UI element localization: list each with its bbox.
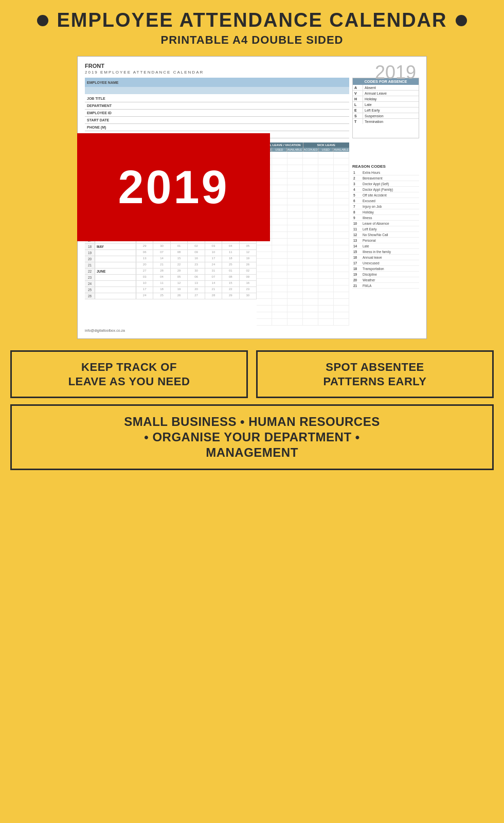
leave-cell	[318, 205, 334, 211]
leave-cell	[318, 158, 334, 165]
code-label: Termination	[363, 119, 385, 124]
leave-cell	[334, 199, 349, 205]
leave-cell	[303, 158, 318, 165]
leave-cell	[318, 192, 334, 198]
banner-bottom: SMALL BUSINESS • HUMAN RESOURCES• ORGANI…	[10, 404, 494, 470]
leave-row-2	[257, 165, 349, 172]
leave-cell	[287, 272, 303, 278]
cal-date-cell: 21	[205, 287, 222, 293]
leave-cell	[334, 299, 349, 305]
leave-cell	[303, 306, 318, 312]
reason-num: 1	[352, 170, 362, 175]
leave-cell	[334, 172, 349, 178]
reason-num: 3	[352, 181, 362, 186]
code-row-a: AAbsent	[353, 85, 419, 91]
leave-cell	[318, 212, 334, 218]
leave-cell	[272, 285, 287, 292]
leave-cell	[272, 265, 287, 272]
code-row-e: ELeft Early	[353, 108, 419, 113]
cal-date-cell: 11	[222, 250, 239, 256]
leave-cell	[334, 178, 349, 185]
cal-date-cell: 02	[240, 269, 257, 274]
cal-date-cell: 06	[136, 250, 153, 256]
leave-cell	[303, 299, 318, 305]
leave-cell	[257, 259, 272, 265]
cal-date-cell: 12	[171, 281, 188, 287]
leave-row-22	[257, 299, 349, 306]
reason-label: Injury on Job	[362, 204, 383, 209]
leave-cell	[287, 312, 303, 318]
leave-cell	[303, 165, 318, 171]
cal-date-cell: 18	[222, 256, 239, 262]
reason-label: Annual leave	[362, 255, 383, 260]
leave-cell	[272, 292, 287, 298]
leave-cell	[272, 232, 287, 238]
code-row-h: HHoliday	[353, 96, 419, 102]
cal-date-cell: 20	[188, 287, 205, 293]
leave-cell	[334, 319, 349, 325]
document-preview-wrapper: 2019 FRONT 2019 EMPLOYEE ATTENDANCE CALE…	[77, 52, 427, 344]
reason-row-12: 12No Show/No Call	[352, 232, 419, 238]
week-num: 18	[85, 244, 95, 249]
leave-cell	[272, 319, 287, 325]
cal-date-cell: 04	[222, 244, 239, 249]
cal-date-cell: 18	[153, 287, 170, 293]
code-label: Suspension	[363, 113, 385, 118]
reason-num: 18	[352, 266, 362, 271]
cal-date-cell: 07	[153, 250, 170, 256]
banner-bottom-text: SMALL BUSINESS • HUMAN RESOURCES• ORGANI…	[17, 414, 487, 460]
cal-date-cell: 01	[222, 269, 239, 274]
cal-date-cell: 03	[136, 275, 153, 280]
banner-right: SPOT ABSENTEEPATTERNS EARLY	[256, 350, 494, 398]
reason-num: 2	[352, 175, 362, 181]
reason-row-19: 19Discipline	[352, 272, 419, 277]
doc-year: 2019	[375, 62, 416, 83]
leave-cell	[318, 285, 334, 292]
cal-date-cell: 16	[240, 281, 257, 287]
leave-cell	[318, 272, 334, 278]
info-field-department: DEPARTMENT	[85, 102, 349, 110]
leave-cell	[318, 152, 334, 158]
leave-cell	[272, 165, 287, 171]
leave-cell	[303, 219, 318, 225]
cal-date-cell: 06	[188, 275, 205, 280]
leave-cell	[318, 178, 334, 185]
reason-row-1: 1Extra Hours	[352, 170, 419, 175]
leave-cell	[303, 265, 318, 272]
info-field-employee-id: EMPLOYEE ID	[85, 110, 349, 117]
leave-row-14	[257, 245, 349, 252]
leave-cell	[272, 312, 287, 318]
leave-cell	[272, 205, 287, 211]
reason-label: Illness	[362, 215, 373, 220]
leave-cell	[318, 252, 334, 258]
cal-date-cell: 28	[205, 293, 222, 299]
banner-right-text: SPOT ABSENTEEPATTERNS EARLY	[263, 360, 487, 388]
cal-date-cell: 27	[188, 293, 205, 299]
code-letter: A	[353, 85, 363, 90]
cal-date-cell: 12	[240, 250, 257, 256]
month-label	[95, 281, 136, 287]
cal-date-cell: 21	[153, 262, 170, 268]
leave-row-13	[257, 239, 349, 245]
cal-date-cell: 03	[205, 244, 222, 249]
leave-cell	[287, 172, 303, 178]
cal-date-cell: 23	[240, 287, 257, 293]
leave-cell	[334, 259, 349, 265]
leave-cell	[303, 292, 318, 298]
leave-cell	[318, 245, 334, 252]
leave-cell	[334, 312, 349, 318]
cal-date-cell: 13	[136, 256, 153, 262]
leave-cell	[303, 192, 318, 198]
calendar-row-25: 2624252627282930	[85, 293, 257, 299]
code-letter: E	[353, 108, 363, 113]
cal-date-cell: 09	[188, 250, 205, 256]
leave-row-20	[257, 285, 349, 292]
reason-row-2: 2Bereavement	[352, 175, 419, 181]
leave-row-25	[257, 319, 349, 326]
leave-cell	[287, 252, 303, 258]
cal-date-cell: 22	[171, 262, 188, 268]
leave-cell	[334, 245, 349, 252]
cal-date-cell: 23	[188, 262, 205, 268]
leave-cell	[287, 158, 303, 165]
leave-row-8	[257, 205, 349, 212]
